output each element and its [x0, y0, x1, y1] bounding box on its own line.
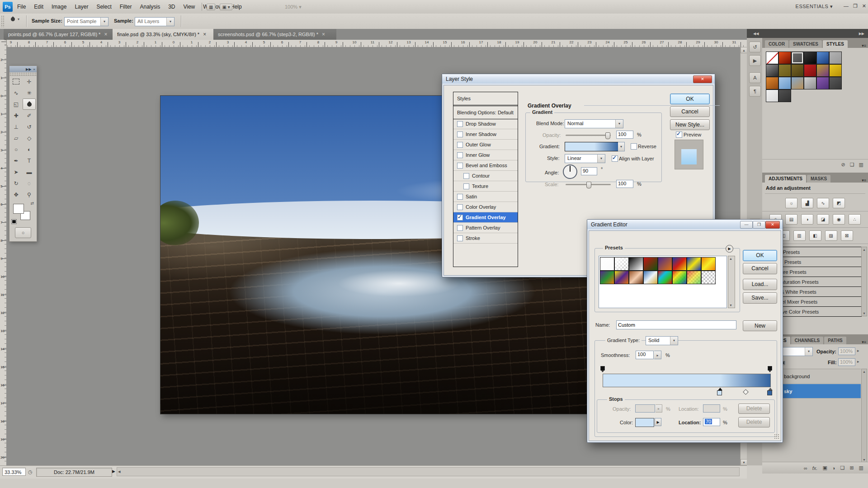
style-swatch-black-gel[interactable] — [804, 52, 816, 64]
style-item-texture[interactable]: Texture — [453, 181, 518, 192]
checkbox[interactable] — [457, 225, 463, 231]
add-layer-mask-icon[interactable]: ▣ — [822, 465, 827, 471]
style-swatch-flat-gray[interactable] — [829, 52, 842, 64]
move-tool[interactable]: ✛ — [23, 76, 36, 87]
foreground-color-swatch[interactable] — [13, 204, 24, 214]
type-tool[interactable]: T — [23, 155, 36, 166]
style-swatch-yellow-gel[interactable] — [829, 64, 842, 77]
posterize-icon[interactable]: ▥ — [793, 230, 806, 241]
tool-preset-picker[interactable]: ▾ — [11, 17, 19, 21]
styles-list-header[interactable]: Styles — [453, 92, 518, 105]
scroll-down-icon[interactable]: ▼ — [863, 312, 866, 315]
threshold-icon[interactable]: ◧ — [809, 230, 821, 241]
black-white-icon[interactable]: ◪ — [817, 214, 829, 225]
angle-value-field[interactable]: 90 — [581, 167, 597, 175]
menu-image[interactable]: Image — [52, 4, 66, 10]
tools-palette-grip[interactable] — [9, 72, 37, 76]
channel-mixer-icon[interactable]: ∴ — [849, 214, 861, 225]
opacity-slider-handle[interactable] — [605, 132, 610, 139]
checkbox[interactable] — [457, 142, 463, 148]
style-item-stroke[interactable]: Stroke — [453, 233, 518, 244]
menu-layer[interactable]: Layer — [75, 4, 88, 10]
orbit-3d-tool[interactable]: ◌ — [23, 178, 36, 189]
checkbox[interactable] — [457, 204, 463, 210]
collapse-dock-right-icon[interactable]: ▶▶ — [859, 32, 864, 36]
selective-color-icon[interactable]: ⊠ — [841, 230, 853, 241]
gradient-preset-foreground-to-background[interactable] — [600, 257, 614, 271]
checkbox[interactable] — [457, 121, 463, 127]
new-style-button[interactable]: New Style... — [670, 119, 710, 130]
gradient-preset-orange-yellow-orange[interactable] — [701, 257, 716, 271]
panel-menu-icon[interactable]: ▾≡ — [862, 43, 866, 48]
ok-button[interactable]: OK — [743, 250, 777, 261]
new-style-icon[interactable]: ❏ — [850, 162, 854, 168]
healing-brush-tool[interactable]: ✚ — [9, 110, 23, 121]
delete-layer-icon[interactable]: ▥ — [859, 465, 863, 471]
style-swatch-sky[interactable] — [778, 77, 791, 89]
document-size-info[interactable]: Doc: 22.7M/21.9M — [36, 468, 112, 477]
gradient-type-dropdown[interactable]: Solid▾ — [646, 336, 678, 345]
path-selection-tool[interactable]: ➤ — [9, 166, 23, 178]
eraser-tool[interactable]: ▱ — [9, 132, 23, 144]
menu-file[interactable]: File — [17, 4, 26, 10]
style-swatch-landscape[interactable] — [791, 77, 804, 89]
blending-options-item[interactable]: Blending Options: Default — [453, 106, 518, 119]
layer-fill-field[interactable]: 100% — [838, 358, 855, 366]
layer-opacity-field[interactable]: 100% — [838, 347, 855, 355]
style-swatch-dark-olive[interactable] — [791, 64, 804, 77]
delete-color-stop-button[interactable]: Delete — [738, 417, 770, 427]
tab-channels[interactable]: CHANNELS — [791, 337, 824, 344]
tab-finale-psd[interactable]: finale.psd @ 33.3% (sky, CMYK/8#) *× — [113, 29, 222, 40]
checkbox[interactable] — [457, 235, 463, 241]
minimize-button[interactable]: — — [844, 3, 849, 9]
panel-menu-icon[interactable]: ▾≡ — [862, 340, 866, 344]
scale-slider[interactable] — [566, 184, 611, 185]
gradient-map-icon[interactable]: ▨ — [825, 230, 837, 241]
swap-colors-icon[interactable]: ⇄ — [30, 201, 34, 206]
align-with-layer-checkbox[interactable] — [612, 155, 618, 162]
scroll-up-icon[interactable]: ▲ — [741, 47, 747, 53]
clone-stamp-tool[interactable]: ⊥ — [9, 121, 23, 132]
collapse-icon[interactable]: ▶▶ — [26, 67, 31, 71]
style-swatch-olive[interactable] — [778, 64, 791, 77]
stop-location-field[interactable]: 70 — [703, 418, 720, 426]
status-menu-arrow-icon[interactable]: ▶ — [112, 469, 115, 474]
quick-mask-button[interactable]: ○ — [15, 227, 31, 238]
sample-dropdown[interactable]: All Layers▾ — [135, 17, 175, 26]
layer-style-titlebar[interactable]: Layer Style ✕ — [442, 74, 715, 84]
style-swatch-red-stripes[interactable] — [804, 64, 816, 77]
scroll-up-icon[interactable]: ▲ — [729, 257, 732, 260]
zoom-tool[interactable]: ⚲ — [23, 189, 36, 200]
gradient-preset-chrome[interactable] — [643, 271, 658, 284]
zoom-percentage-field[interactable]: 33.33% — [2, 468, 26, 476]
resize-grip[interactable] — [774, 434, 779, 439]
close-icon[interactable]: ✕ — [765, 221, 780, 229]
magic-wand-tool[interactable]: ✳ — [23, 87, 36, 99]
angle-dial[interactable] — [563, 164, 577, 179]
checkbox[interactable] — [457, 152, 463, 158]
color-stop[interactable] — [717, 388, 723, 396]
tab-screenshots-psd[interactable]: screenshots.psd @ 66.7% (step3-2, RGB/8)… — [213, 29, 336, 40]
opacity-stop[interactable] — [768, 366, 772, 372]
paint-bucket-tool[interactable]: ◇ — [23, 132, 36, 144]
spinner-icon[interactable]: ▸ — [857, 359, 859, 364]
style-swatch-blue-gel[interactable] — [816, 52, 829, 64]
reverse-checkbox[interactable] — [631, 143, 637, 150]
gradient-preset-black-white[interactable] — [629, 257, 643, 271]
menu-select[interactable]: Select — [96, 4, 111, 10]
style-item-outer-glow[interactable]: Outer Glow — [453, 140, 518, 150]
gradient-preset-blue-yellow-blue[interactable] — [687, 257, 701, 271]
blur-tool[interactable]: ○ — [9, 144, 23, 155]
minimize-icon[interactable]: — — [740, 221, 753, 229]
zoom-level-control[interactable]: 100% ▾ — [285, 4, 302, 10]
brightness-contrast-icon[interactable]: ☼ — [785, 198, 797, 208]
gradient-preset-red-green[interactable] — [643, 257, 658, 271]
style-item-pattern-overlay[interactable]: Pattern Overlay — [453, 223, 518, 233]
style-swatch-none[interactable] — [766, 52, 778, 64]
style-item-contour[interactable]: Contour — [453, 171, 518, 181]
clear-style-icon[interactable]: ⊘ — [841, 162, 845, 168]
pen-tool[interactable]: ✒ — [9, 155, 23, 166]
close-tab-icon[interactable]: × — [104, 31, 107, 38]
style-item-inner-shadow[interactable]: Inner Shadow — [453, 129, 518, 140]
gradient-preset-spectrum-stripes[interactable] — [658, 271, 672, 284]
